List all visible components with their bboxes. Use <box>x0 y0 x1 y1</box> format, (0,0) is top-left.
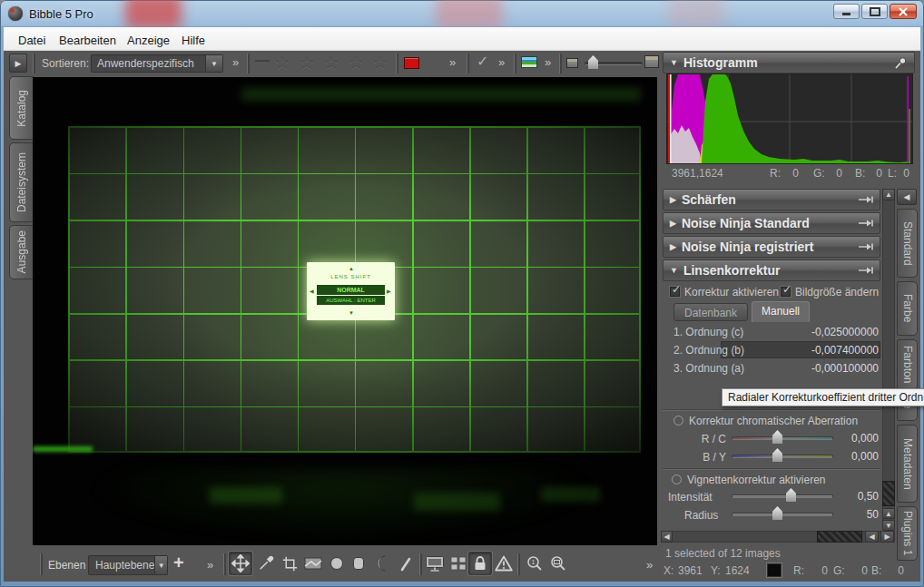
soft-proof-button[interactable] <box>423 552 447 575</box>
panel-end-icon[interactable] <box>858 195 873 204</box>
scroll-left-button[interactable]: ◀ <box>661 531 673 543</box>
menu-hilfe[interactable]: Hilfe <box>176 32 211 49</box>
check-overflow-chevron[interactable]: » <box>498 55 505 69</box>
minimize-button[interactable] <box>833 4 860 19</box>
ordnung-2-value[interactable]: -0,007400000 <box>770 344 879 357</box>
tab-standard[interactable]: Standard <box>897 209 918 278</box>
brush-tool-button[interactable] <box>394 552 418 575</box>
histogram-b-value: 0 <box>866 167 882 180</box>
eyedropper-tool-button[interactable] <box>254 552 278 575</box>
pin-icon[interactable] <box>894 56 908 70</box>
osd-hint: AUSWAHL : ENTER <box>317 296 385 305</box>
vignette-enable-checkbox[interactable] <box>672 474 682 484</box>
radius-slider-label: Radius <box>684 509 718 522</box>
desk-reflection <box>541 487 600 502</box>
rating-none-icon[interactable]: — <box>255 53 270 69</box>
menu-anzeige[interactable]: Anzeige <box>122 32 175 49</box>
collapse-left-panel-button[interactable]: ▶ <box>9 54 27 73</box>
sidebar-tab-ausgabe[interactable]: Ausgabe <box>9 225 34 279</box>
layer-dropdown[interactable]: Hauptebene ▼ <box>88 555 168 575</box>
thumbnail-view-icon[interactable] <box>521 56 537 68</box>
sidebar-tab-dateisystem[interactable]: Dateisystem <box>9 142 34 222</box>
star-icon[interactable]: ☆ <box>274 52 290 73</box>
correction-enable-checkbox[interactable]: ✓ <box>670 287 680 297</box>
scroll-up-button-2[interactable]: ▲ <box>882 508 895 519</box>
zoom-fit-button[interactable] <box>546 552 570 575</box>
ellipse-region-button[interactable] <box>325 552 349 575</box>
thumbnail-size-slider-handle[interactable] <box>588 55 598 69</box>
lock-button[interactable] <box>468 552 492 575</box>
star-icon[interactable]: ☆ <box>323 52 339 73</box>
menu-bearbeiten[interactable]: Bearbeiten <box>54 32 122 49</box>
tab-plugins-1[interactable]: Plugins 1 <box>897 506 918 561</box>
menu-datei[interactable]: Datei <box>13 32 51 49</box>
tab-manuell[interactable]: Manuell <box>752 301 810 322</box>
add-layer-button[interactable]: + <box>173 553 184 573</box>
layers-overflow-chevron[interactable]: » <box>207 558 213 572</box>
checkmark-icon[interactable]: ✓ <box>477 53 488 70</box>
panel-end-icon[interactable] <box>858 242 873 251</box>
chromatic-aberration-checkbox[interactable] <box>673 416 683 426</box>
panel-header-noise-ninja-registriert[interactable]: ▶ Noise Ninja registriert <box>663 236 880 258</box>
resize-enable-checkbox[interactable]: ✓ <box>781 287 791 297</box>
sidebar-tab-katalog[interactable]: Katalog <box>9 76 34 140</box>
collapse-right-panel-button[interactable]: ◀ <box>897 189 917 205</box>
radius-slider-value[interactable]: 50 <box>842 508 879 521</box>
sort-overflow-chevron[interactable]: » <box>232 55 239 69</box>
title-bar[interactable]: Bibble 5 Pro <box>0 0 924 27</box>
separator <box>517 553 520 575</box>
radius-slider-track[interactable] <box>732 513 833 516</box>
panel-hscrollbar-thumb[interactable] <box>817 531 862 543</box>
label-overflow-chevron[interactable]: » <box>449 55 456 69</box>
scroll-right-button[interactable]: ▶ <box>880 531 894 543</box>
ordnung-1-value[interactable]: -0,025000000 <box>770 326 879 338</box>
star-icon[interactable]: ☆ <box>348 52 364 73</box>
panel-header-noise-ninja-standard[interactable]: ▶ Noise Ninja Standard <box>663 212 880 234</box>
rect-region-button[interactable] <box>347 552 370 575</box>
tab-label: Plugins 1 <box>901 511 914 555</box>
panel-scrollbar-track[interactable] <box>882 189 895 530</box>
tab-farbe[interactable]: Farbe <box>897 281 918 336</box>
crop-tool-button[interactable] <box>278 552 301 575</box>
close-button[interactable] <box>890 4 917 19</box>
tile-view-button[interactable] <box>447 552 470 575</box>
by-slider-track[interactable] <box>732 455 833 458</box>
maximize-icon <box>870 7 880 16</box>
star-icon[interactable]: ☆ <box>299 52 315 73</box>
panel-header-schaerfen[interactable]: ▶ Schärfen <box>663 189 880 210</box>
warning-button[interactable] <box>492 552 516 575</box>
panel-end-icon[interactable] <box>858 219 873 228</box>
tab-label: Farbton <box>901 346 914 383</box>
ordnung-3-value[interactable]: -0,000100000 <box>770 362 879 375</box>
intensity-slider-track[interactable] <box>732 494 833 498</box>
scroll-down-button[interactable]: ▼ <box>882 520 895 531</box>
histogram-canvas <box>666 73 913 164</box>
rc-slider-value[interactable]: 0,000 <box>842 432 879 445</box>
separator <box>419 553 422 575</box>
tools-overflow-chevron[interactable]: » <box>646 558 653 572</box>
straighten-tool-button[interactable] <box>301 552 325 575</box>
panel-scrollbar-thumb[interactable] <box>882 481 895 506</box>
color-label-red-swatch[interactable] <box>404 57 419 69</box>
zoom-100-button[interactable]: 1 <box>523 552 546 575</box>
curve-region-button[interactable] <box>370 552 394 575</box>
sort-dropdown[interactable]: Anwenderspezifisch ▼ <box>91 54 223 73</box>
intensity-slider-value[interactable]: 0,50 <box>842 490 879 503</box>
star-icon[interactable]: ☆ <box>372 52 388 73</box>
by-slider-value[interactable]: 0,000 <box>842 450 879 463</box>
view-overflow-chevron[interactable]: » <box>545 55 551 69</box>
histogram-panel-header[interactable]: ▼ Histogramm <box>663 52 915 73</box>
triangle-up-icon: ▲ <box>885 191 892 199</box>
maximize-button[interactable] <box>861 4 888 19</box>
scroll-up-button[interactable]: ▲ <box>882 189 895 201</box>
sort-label: Sortieren: <box>42 57 89 70</box>
scroll-left-button-2[interactable]: ◀ <box>865 531 879 543</box>
panel-end-icon[interactable] <box>858 266 873 275</box>
image-canvas[interactable]: ▲ LENS SHIFT NORMAL AUSWAHL : ENTER ▼ ◀ … <box>33 77 657 545</box>
tab-farbton[interactable]: Farbton <box>897 339 918 390</box>
move-tool-button[interactable] <box>229 552 252 575</box>
tab-metadaten[interactable]: Metadaten <box>897 425 918 503</box>
panel-header-linsenkorrektur[interactable]: ▼ Linsenkorrektur <box>663 259 880 281</box>
tab-datenbank[interactable]: Datenbank <box>673 303 748 321</box>
rc-slider-track[interactable] <box>732 436 833 440</box>
